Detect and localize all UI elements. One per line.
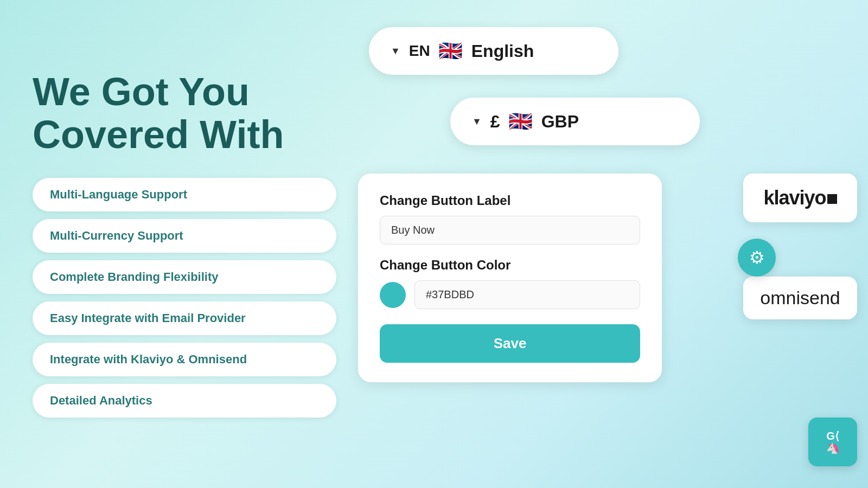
currency-dropdown[interactable]: ▼ £ 🇬🇧 GBP [450,98,700,145]
logo-text-top: G⟨ [826,430,840,442]
feature-item: Easy Integrate with Email Provider [33,301,336,335]
language-dropdown[interactable]: ▼ EN 🇬🇧 English [369,27,618,75]
currency-code: GBP [541,112,579,132]
color-row [380,280,640,309]
headline-line2: Covered With [33,113,284,156]
omnisend-name: omnisend [760,287,840,308]
color-swatch[interactable] [380,282,406,308]
uk-flag-icon: 🇬🇧 [509,110,533,133]
feature-item: Complete Branding Flexibility [33,260,336,294]
headline: We Got You Covered With [33,70,320,156]
branding-card: Change Button Label Change Button Color … [358,174,662,382]
right-section: ▼ EN 🇬🇧 English ▼ £ 🇬🇧 GBP Change Button… [353,0,868,488]
chevron-icon: ▼ [391,46,400,57]
gear-icon: ⚙ [749,247,765,268]
save-button[interactable]: Save [380,324,640,363]
klaviyo-name: klaviyo [763,187,826,209]
currency-symbol: £ [490,112,500,132]
feature-item: Multi-Currency Support [33,219,336,253]
logo-icon: 🦄 [826,442,840,454]
button-color-title: Change Button Color [380,258,640,273]
feature-item: Integrate with Klaviyo & Omnisend [33,343,336,376]
feature-item: Multi-Language Support [33,178,336,211]
gear-circle[interactable]: ⚙ [738,239,776,277]
button-label-title: Change Button Label [380,193,640,208]
chevron-icon: ▼ [472,116,482,127]
bottom-logo: G⟨ 🦄 [808,418,857,466]
left-section: We Got You Covered With Multi-Language S… [0,49,353,439]
lang-name: English [471,41,534,61]
uk-flag-icon: 🇬🇧 [439,39,463,63]
feature-item: Detailed Analytics [33,384,336,418]
klaviyo-square-icon [827,194,837,204]
logo-inner: G⟨ 🦄 [826,430,840,454]
lang-code: EN [409,42,430,60]
button-label-input[interactable] [380,216,640,245]
color-hex-input[interactable] [414,280,640,309]
klaviyo-card: klaviyo [743,174,857,222]
headline-line1: We Got You [33,70,250,113]
omnisend-card: omnisend [743,277,857,319]
feature-list: Multi-Language SupportMulti-Currency Sup… [33,178,320,418]
